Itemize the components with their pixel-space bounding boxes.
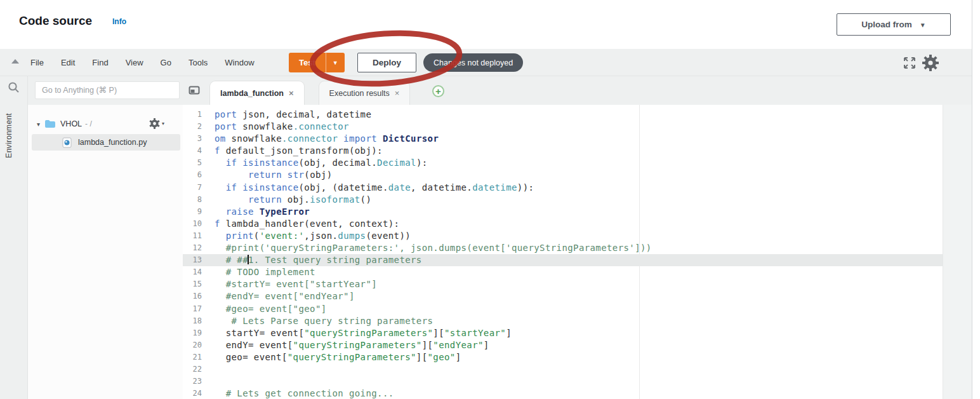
line-code: #endY= event["endYear"] xyxy=(209,290,355,302)
line-code: f lambda_handler(event, context): xyxy=(209,218,399,230)
page-title: Code source xyxy=(19,14,92,28)
tree-settings-caret[interactable]: ▾ xyxy=(162,121,164,126)
editor-scrollbar[interactable] xyxy=(943,105,972,399)
menu-go[interactable]: Go xyxy=(161,58,171,67)
settings-gear-icon[interactable] xyxy=(922,54,939,72)
code-line-24[interactable]: 24 # Lets get connection going... xyxy=(183,388,943,399)
menu-tools[interactable]: Tools xyxy=(189,58,208,67)
info-link[interactable]: Info xyxy=(112,17,126,26)
tree-folder-row[interactable]: ▾ VHOL - / xyxy=(28,116,183,132)
menu-bar: FileEditFindViewGoToolsWindow xyxy=(30,49,255,76)
menu-file[interactable]: File xyxy=(30,58,44,67)
line-number: 23 xyxy=(183,375,209,388)
close-icon[interactable]: × xyxy=(289,88,294,98)
upload-from-label: Upload from xyxy=(861,20,912,29)
code-line-1[interactable]: 1port json, decimal, datetime xyxy=(183,109,943,121)
line-code: print('event:',json.dumps(event)) xyxy=(209,230,411,242)
code-line-14[interactable]: 14 # TODO implement xyxy=(183,266,943,278)
tab-execution-results[interactable]: Execution results× xyxy=(319,81,411,105)
left-rail: Environment xyxy=(0,76,28,399)
line-number: 1 xyxy=(183,109,209,121)
environment-panel-tab[interactable]: Environment xyxy=(4,113,13,158)
line-number: 24 xyxy=(183,388,209,399)
editor-toolbar: FileEditFindViewGoToolsWindow Test ▼ Dep… xyxy=(0,49,972,76)
tab-strip: lambda_function×Execution results× + xyxy=(0,76,972,105)
code-line-11[interactable]: 11 print('event:',json.dumps(event)) xyxy=(183,230,943,242)
lambda-code-editor-page: Code source Info Upload from ▼ FileEditF… xyxy=(0,0,980,399)
code-source-card: Code source Info Upload from ▼ FileEditF… xyxy=(0,0,972,399)
chevron-down-icon: ▼ xyxy=(920,22,926,29)
new-tab-plus-icon[interactable]: + xyxy=(432,85,444,97)
line-number: 7 xyxy=(183,182,209,194)
code-line-6[interactable]: 6 return str(obj) xyxy=(183,169,943,181)
line-number: 18 xyxy=(183,315,209,327)
line-number: 2 xyxy=(183,121,209,133)
code-line-5[interactable]: 5 if isinstance(obj, decimal.Decimal): xyxy=(183,157,943,169)
tab-lambda-function[interactable]: lambda_function× xyxy=(209,81,305,105)
code-line-4[interactable]: 4f default_json_transform(obj): xyxy=(183,145,943,157)
line-number: 20 xyxy=(183,339,209,351)
code-line-19[interactable]: 19 startY= event["queryStringParameters"… xyxy=(183,327,943,339)
code-line-7[interactable]: 7 if isinstance(obj, (datetime.date, dat… xyxy=(183,182,943,194)
fullscreen-icon[interactable] xyxy=(902,55,917,71)
folder-path-suffix: - / xyxy=(85,119,92,128)
menu-view[interactable]: View xyxy=(126,58,143,67)
line-code: geo= event["queryStringParameters"]["geo… xyxy=(209,351,461,363)
line-code: # ##1. Test query string parameters xyxy=(209,254,422,266)
code-line-15[interactable]: 15 #startY= event["startYear"] xyxy=(183,278,943,290)
line-code xyxy=(209,363,215,375)
folder-icon xyxy=(44,119,56,128)
line-number: 16 xyxy=(183,290,209,302)
line-number: 6 xyxy=(183,169,209,181)
line-code: # Lets get connection going... xyxy=(209,388,394,399)
code-line-20[interactable]: 20 endY= event["queryStringParameters"][… xyxy=(183,339,943,351)
line-number: 19 xyxy=(183,327,209,339)
test-dropdown-caret[interactable]: ▼ xyxy=(326,53,345,72)
line-code: #print('queryStringParameters:', json.du… xyxy=(209,242,652,254)
tree-settings-gear-icon[interactable] xyxy=(149,118,160,129)
line-code: f default_json_transform(obj): xyxy=(209,145,383,157)
line-number: 13 xyxy=(183,254,209,266)
folder-expand-caret[interactable]: ▾ xyxy=(37,121,40,128)
close-icon[interactable]: × xyxy=(395,88,400,98)
search-icon[interactable] xyxy=(7,81,21,95)
search-input[interactable] xyxy=(35,81,180,99)
code-line-10[interactable]: 10f lambda_handler(event, context): xyxy=(183,218,943,230)
code-line-3[interactable]: 3om snowflake.connector import DictCurso… xyxy=(183,133,943,145)
collapse-panel-icon[interactable] xyxy=(11,59,19,64)
test-button-label[interactable]: Test xyxy=(289,53,326,72)
line-code xyxy=(209,375,215,388)
menu-window[interactable]: Window xyxy=(225,58,254,67)
code-line-16[interactable]: 16 #endY= event["endYear"] xyxy=(183,290,943,302)
code-line-2[interactable]: 2port snowflake.connector xyxy=(183,121,943,133)
deploy-button[interactable]: Deploy xyxy=(357,53,416,72)
test-button[interactable]: Test ▼ xyxy=(289,53,345,72)
code-line-9[interactable]: 9 raise TypeError xyxy=(183,206,943,218)
code-line-8[interactable]: 8 return obj.isoformat() xyxy=(183,194,943,206)
tree-file-row-selected[interactable]: lambda_function.py xyxy=(32,134,180,151)
code-editor[interactable]: 1port json, decimal, datetime2port snowf… xyxy=(183,105,943,399)
code-line-13[interactable]: 13 # ##1. Test query string parameters xyxy=(183,254,943,266)
line-number: 9 xyxy=(183,206,209,218)
code-line-21[interactable]: 21 geo= event["queryStringParameters"]["… xyxy=(183,351,943,363)
line-code: port json, decimal, datetime xyxy=(209,109,371,121)
folder-name: VHOL xyxy=(60,119,82,128)
code-line-23[interactable]: 23 xyxy=(183,375,943,388)
upload-from-button[interactable]: Upload from ▼ xyxy=(837,13,951,36)
line-code: om snowflake.connector import DictCursor xyxy=(209,133,439,145)
tab-list-icon[interactable] xyxy=(188,85,201,96)
menu-edit[interactable]: Edit xyxy=(61,58,75,67)
python-file-icon xyxy=(62,137,72,148)
line-number: 8 xyxy=(183,194,209,206)
line-code: #startY= event["startYear"] xyxy=(209,278,377,290)
code-line-17[interactable]: 17 #geo= event["geo"] xyxy=(183,303,943,315)
line-code: raise TypeError xyxy=(209,206,310,218)
menu-find[interactable]: Find xyxy=(92,58,108,67)
status-badge: Changes not deployed xyxy=(423,53,523,72)
code-line-22[interactable]: 22 xyxy=(183,363,943,375)
code-line-18[interactable]: 18 # Lets Parse query string parameters xyxy=(183,315,943,327)
code-line-12[interactable]: 12 #print('queryStringParameters:', json… xyxy=(183,242,943,254)
line-number: 17 xyxy=(183,303,209,315)
line-code: # Lets Parse query string parameters xyxy=(209,315,433,327)
line-number: 21 xyxy=(183,351,209,363)
